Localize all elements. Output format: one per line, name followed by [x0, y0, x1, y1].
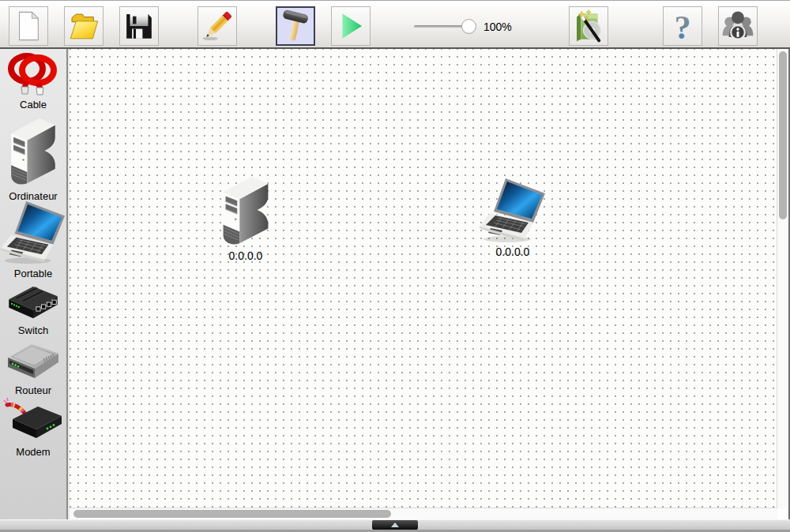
- about-people-icon: [720, 9, 755, 43]
- palette-item-portable[interactable]: Portable: [0, 200, 66, 279]
- palette-label-portable: Portable: [14, 268, 52, 279]
- desktop-computer-icon: [220, 174, 271, 248]
- zoom-slider-knob[interactable]: [461, 19, 476, 34]
- device-ip-label: 0.0.0.0: [229, 249, 263, 262]
- zoom-level-label: 100%: [483, 21, 512, 33]
- open-folder-icon: [66, 9, 101, 43]
- vertical-scrollbar[interactable]: [777, 49, 788, 508]
- palette-label-modem: Modem: [16, 446, 50, 458]
- help-button[interactable]: ?: [663, 6, 702, 46]
- wizard-button[interactable]: [569, 6, 608, 46]
- design-mode-button[interactable]: [276, 6, 315, 46]
- modem-icon: [3, 396, 63, 444]
- palette-item-switch[interactable]: Switch: [0, 284, 66, 336]
- wizard-icon: [571, 9, 606, 43]
- play-icon: [333, 9, 368, 43]
- cable-icon: [2, 51, 64, 96]
- palette-item-cable[interactable]: Cable: [0, 51, 66, 111]
- open-file-button[interactable]: [64, 6, 103, 46]
- desktop-computer-icon: [9, 115, 58, 188]
- palette-item-ordinateur[interactable]: Ordinateur: [0, 115, 66, 202]
- canvas-device-portable[interactable]: 0.0.0.0: [478, 178, 547, 258]
- palette-item-modem[interactable]: Modem: [0, 396, 66, 458]
- palette-label-routeur: Routeur: [15, 384, 51, 396]
- network-simulator-app: 100% ?: [0, 0, 790, 532]
- horizontal-scrollbar-thumb[interactable]: [73, 510, 391, 518]
- expand-panel-button[interactable]: [372, 520, 418, 530]
- vertical-scrollbar-thumb[interactable]: [779, 51, 787, 219]
- help-icon: ?: [665, 9, 700, 43]
- canvas-device-ordinateur[interactable]: 0.0.0.0: [220, 174, 272, 262]
- new-file-button[interactable]: [9, 6, 48, 46]
- palette-label-cable: Cable: [20, 99, 47, 111]
- message-panel-bar: [0, 519, 790, 532]
- canvas-grid[interactable]: [70, 49, 777, 508]
- palette-item-routeur[interactable]: Routeur: [0, 339, 66, 396]
- router-icon: [5, 339, 62, 382]
- toolbar: 100% ?: [0, 0, 790, 49]
- up-arrow-icon: [391, 523, 399, 527]
- save-icon: [122, 9, 156, 43]
- palette-label-switch: Switch: [18, 324, 48, 336]
- horizontal-scrollbar[interactable]: [70, 508, 777, 519]
- hammer-icon: [278, 9, 313, 43]
- svg-text:?: ?: [674, 9, 690, 43]
- laptop-icon: [0, 200, 66, 265]
- device-ip-label: 0.0.0.0: [496, 245, 530, 258]
- pencil-icon: [200, 9, 235, 43]
- simulation-mode-button[interactable]: [331, 6, 371, 46]
- documentation-mode-button[interactable]: [198, 6, 237, 46]
- save-button[interactable]: [119, 6, 159, 46]
- laptop-icon: [479, 178, 547, 244]
- new-document-icon: [11, 9, 46, 43]
- switch-icon: [5, 284, 62, 322]
- component-palette: Cable Ordinateur: [0, 49, 68, 519]
- about-button[interactable]: [718, 6, 758, 46]
- design-canvas[interactable]: 0.0.0.0 0.0.0.0: [70, 49, 790, 519]
